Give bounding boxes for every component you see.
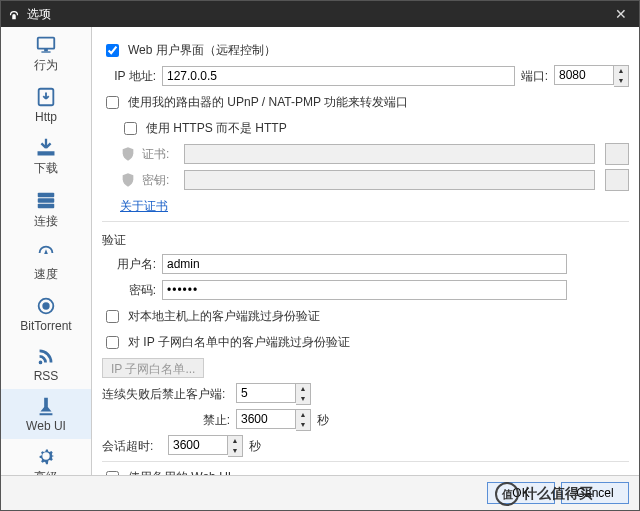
content-panel: Web 用户界面（远程控制） IP 地址: 端口: ▲▼ 使用我的路由器的 UP… xyxy=(92,27,639,476)
cert-browse-button[interactable] xyxy=(605,143,629,165)
port-down[interactable]: ▼ xyxy=(614,76,628,86)
session-timeout-input[interactable] xyxy=(168,435,228,455)
ip-label: IP 地址: xyxy=(102,68,156,85)
ok-button[interactable]: OK xyxy=(487,482,555,504)
port-up[interactable]: ▲ xyxy=(614,66,628,76)
bypass-local-checkbox[interactable] xyxy=(106,310,119,323)
sidebar-item-connection[interactable]: 连接 xyxy=(1,183,91,236)
ban-after-input[interactable] xyxy=(236,383,296,403)
cancel-button[interactable]: Cancel xyxy=(561,482,629,504)
app-icon xyxy=(7,7,21,21)
enable-webui-label: Web 用户界面（远程控制） xyxy=(128,42,276,59)
sidebar-item-http[interactable]: Http xyxy=(1,80,91,130)
ban-for-label: 禁止: xyxy=(102,412,230,429)
key-browse-button[interactable] xyxy=(605,169,629,191)
close-button[interactable]: ✕ xyxy=(609,1,633,27)
svg-rect-2 xyxy=(41,51,50,52)
sidebar-item-rss[interactable]: RSS xyxy=(1,339,91,389)
port-input[interactable] xyxy=(554,65,614,85)
key-input xyxy=(184,170,595,190)
ban-for-unit: 秒 xyxy=(317,412,329,429)
ban-after-label: 连续失败后禁止客户端: xyxy=(102,386,230,403)
about-cert-link[interactable]: 关于证书 xyxy=(120,198,168,215)
username-input[interactable] xyxy=(162,254,567,274)
ip-input[interactable] xyxy=(162,66,515,86)
password-label: 密码: xyxy=(102,282,156,299)
port-label: 端口: xyxy=(521,68,548,85)
bypass-whitelist-label: 对 IP 子网白名单中的客户端跳过身份验证 xyxy=(128,334,350,351)
session-timeout-label: 会话超时: xyxy=(102,438,162,455)
svg-rect-5 xyxy=(38,198,55,203)
ban-after-spinner[interactable]: ▲▼ xyxy=(236,383,311,405)
titlebar: 选项 ✕ xyxy=(1,1,639,27)
dialog-footer: OK Cancel xyxy=(1,475,639,510)
upnp-checkbox[interactable] xyxy=(106,96,119,109)
shield-key-icon xyxy=(120,172,136,188)
ban-for-spinner[interactable]: ▲▼ xyxy=(236,409,311,431)
bypass-whitelist-checkbox[interactable] xyxy=(106,336,119,349)
port-spinner[interactable]: ▲▼ xyxy=(554,65,629,87)
svg-rect-4 xyxy=(38,193,55,198)
cert-label: 证书: xyxy=(142,146,178,163)
session-timeout-spinner[interactable]: ▲▼ xyxy=(168,435,243,457)
sidebar-item-webui[interactable]: Web UI xyxy=(1,389,91,439)
sidebar-item-behavior[interactable]: 行为 xyxy=(1,27,91,80)
shield-cert-icon xyxy=(120,146,136,162)
window-title: 选项 xyxy=(27,1,51,27)
sidebar-item-advanced[interactable]: 高级 xyxy=(1,439,91,476)
username-label: 用户名: xyxy=(102,256,156,273)
sidebar-item-speed[interactable]: 速度 xyxy=(1,236,91,289)
bypass-local-label: 对本地主机上的客户端跳过身份验证 xyxy=(128,308,320,325)
https-label: 使用 HTTPS 而不是 HTTP xyxy=(146,120,287,137)
cert-input xyxy=(184,144,595,164)
svg-rect-0 xyxy=(38,38,55,49)
sidebar: 行为 Http 下载 连接 速度 BitTorrent xyxy=(1,27,92,476)
svg-rect-1 xyxy=(44,49,48,52)
svg-point-8 xyxy=(42,302,49,309)
https-checkbox[interactable] xyxy=(124,122,137,135)
sidebar-item-downloads[interactable]: 下载 xyxy=(1,130,91,183)
enable-webui-checkbox[interactable] xyxy=(106,44,119,57)
key-label: 密钥: xyxy=(142,172,178,189)
auth-section-title: 验证 xyxy=(102,228,629,249)
svg-rect-6 xyxy=(38,204,55,209)
password-input[interactable] xyxy=(162,280,567,300)
whitelist-button: IP 子网白名单... xyxy=(102,358,204,378)
session-timeout-unit: 秒 xyxy=(249,438,261,455)
upnp-label: 使用我的路由器的 UPnP / NAT-PMP 功能来转发端口 xyxy=(128,94,408,111)
ban-for-input[interactable] xyxy=(236,409,296,429)
sidebar-item-bittorrent[interactable]: BitTorrent xyxy=(1,289,91,339)
